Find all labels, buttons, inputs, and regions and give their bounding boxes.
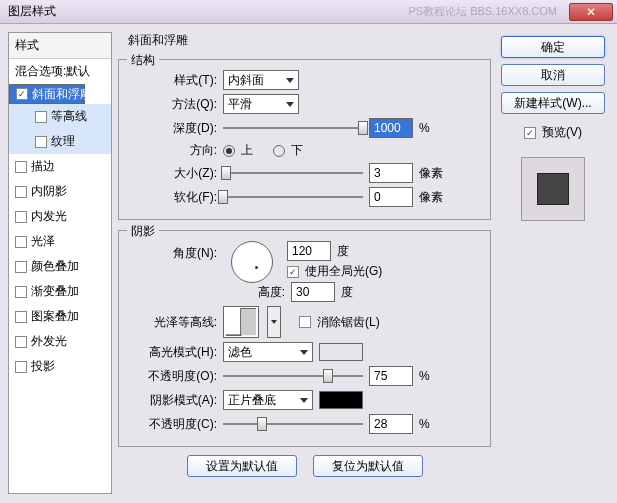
sidebar-item-bevel[interactable]: 斜面和浮雕 [9, 84, 85, 104]
soften-label: 软化(F): [129, 189, 217, 206]
watermark: PS教程论坛 BBS.16XX8.COM [408, 4, 557, 19]
depth-input[interactable]: 1000 [369, 118, 413, 138]
new-style-button[interactable]: 新建样式(W)... [501, 92, 605, 114]
sidebar-item-drop-shadow[interactable]: 投影 [9, 354, 111, 379]
chevron-down-icon [286, 102, 294, 107]
method-select[interactable]: 平滑 [223, 94, 299, 114]
structure-group: 结构 样式(T): 内斜面 方法(Q): 平滑 深度(D): 1000 % 方向… [118, 59, 491, 220]
cancel-button[interactable]: 取消 [501, 64, 605, 86]
checkbox-icon[interactable] [15, 211, 27, 223]
shadow-opacity-input[interactable]: 28 [369, 414, 413, 434]
highlight-mode-select[interactable]: 滤色 [223, 342, 313, 362]
direction-down-radio[interactable] [273, 145, 285, 157]
blend-options[interactable]: 混合选项:默认 [9, 59, 111, 84]
ok-button[interactable]: 确定 [501, 36, 605, 58]
highlight-color-swatch[interactable] [319, 343, 363, 361]
checkbox-icon[interactable] [15, 236, 27, 248]
antialias-checkbox[interactable] [299, 316, 311, 328]
size-unit: 像素 [419, 165, 443, 182]
sidebar-header: 样式 [9, 33, 111, 59]
checkbox-icon[interactable] [15, 336, 27, 348]
checkbox-icon[interactable] [15, 261, 27, 273]
angle-label: 角度(N): [129, 241, 217, 262]
chevron-down-icon [300, 350, 308, 355]
title-bar: 图层样式 PS教程论坛 BBS.16XX8.COM ✕ [0, 0, 617, 24]
shading-legend: 阴影 [127, 223, 159, 240]
close-button[interactable]: ✕ [569, 3, 613, 21]
sidebar-item-texture[interactable]: 纹理 [9, 129, 111, 154]
checkbox-icon[interactable] [15, 161, 27, 173]
panel-title: 斜面和浮雕 [118, 32, 491, 49]
sidebar-item-inner-shadow[interactable]: 内阴影 [9, 179, 111, 204]
global-light-checkbox[interactable] [287, 266, 299, 278]
preview-checkbox[interactable] [524, 127, 536, 139]
shadow-mode-label: 阴影模式(A): [129, 392, 217, 409]
sidebar-item-inner-glow[interactable]: 内发光 [9, 204, 111, 229]
sidebar-item-contour[interactable]: 等高线 [9, 104, 111, 129]
soften-slider[interactable] [223, 189, 363, 205]
shading-group: 阴影 角度(N): 120度 使用全局光(G) 高度:30度 光泽等高线: 消除… [118, 230, 491, 447]
right-panel: 确定 取消 新建样式(W)... 预览(V) [497, 32, 609, 494]
angle-input[interactable]: 120 [287, 241, 331, 261]
chevron-down-icon [300, 398, 308, 403]
depth-slider[interactable] [223, 120, 363, 136]
set-default-button[interactable]: 设置为默认值 [187, 455, 297, 477]
depth-label: 深度(D): [129, 120, 217, 137]
sidebar-item-outer-glow[interactable]: 外发光 [9, 329, 111, 354]
window-title: 图层样式 [8, 3, 56, 20]
shadow-opacity-slider[interactable] [223, 416, 363, 432]
altitude-input[interactable]: 30 [291, 282, 335, 302]
soften-input[interactable]: 0 [369, 187, 413, 207]
depth-unit: % [419, 121, 430, 135]
sidebar-item-satin[interactable]: 光泽 [9, 229, 111, 254]
checkbox-icon[interactable] [35, 111, 47, 123]
soften-unit: 像素 [419, 189, 443, 206]
preview-swatch [537, 173, 569, 205]
highlight-opacity-slider[interactable] [223, 368, 363, 384]
style-select[interactable]: 内斜面 [223, 70, 299, 90]
size-input[interactable]: 3 [369, 163, 413, 183]
sidebar-item-gradient-overlay[interactable]: 渐变叠加 [9, 279, 111, 304]
checkbox-icon[interactable] [15, 186, 27, 198]
size-slider[interactable] [223, 165, 363, 181]
shadow-mode-select[interactable]: 正片叠底 [223, 390, 313, 410]
highlight-mode-label: 高光模式(H): [129, 344, 217, 361]
checkbox-icon[interactable] [15, 286, 27, 298]
sidebar-item-pattern-overlay[interactable]: 图案叠加 [9, 304, 111, 329]
gloss-contour[interactable] [223, 306, 259, 338]
method-label: 方法(Q): [129, 96, 217, 113]
checkbox-icon[interactable] [15, 361, 27, 373]
direction-label: 方向: [129, 142, 217, 159]
sidebar-item-color-overlay[interactable]: 颜色叠加 [9, 254, 111, 279]
shadow-color-swatch[interactable] [319, 391, 363, 409]
size-label: 大小(Z): [129, 165, 217, 182]
gloss-label: 光泽等高线: [129, 314, 217, 331]
shadow-opacity-label: 不透明度(C): [129, 416, 217, 433]
checkbox-icon[interactable] [16, 88, 28, 100]
highlight-opacity-label: 不透明度(O): [129, 368, 217, 385]
highlight-opacity-input[interactable]: 75 [369, 366, 413, 386]
contour-dropdown[interactable] [267, 306, 281, 338]
main-panel: 斜面和浮雕 结构 样式(T): 内斜面 方法(Q): 平滑 深度(D): 100… [118, 32, 491, 494]
checkbox-icon[interactable] [15, 311, 27, 323]
structure-legend: 结构 [127, 52, 159, 69]
angle-dial[interactable] [231, 241, 273, 283]
style-label: 样式(T): [129, 72, 217, 89]
styles-sidebar: 样式 混合选项:默认 斜面和浮雕 等高线 纹理 描边 内阴影 内发光 光泽 颜色… [8, 32, 112, 494]
direction-up-radio[interactable] [223, 145, 235, 157]
sidebar-item-stroke[interactable]: 描边 [9, 154, 111, 179]
preview-box [521, 157, 585, 221]
checkbox-icon[interactable] [35, 136, 47, 148]
reset-default-button[interactable]: 复位为默认值 [313, 455, 423, 477]
chevron-down-icon [286, 78, 294, 83]
